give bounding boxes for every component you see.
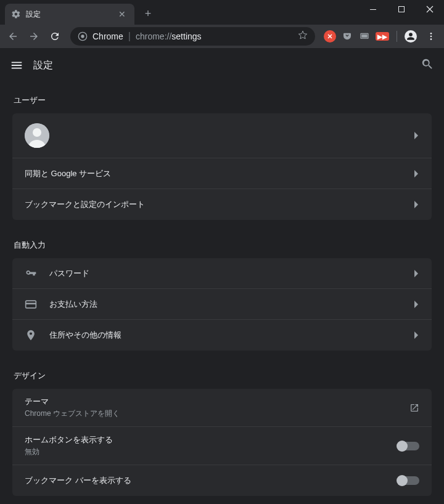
row-passwords[interactable]: パスワード	[12, 258, 432, 289]
row-sublabel: Chrome ウェブストアを開く	[25, 408, 409, 419]
section-appearance-card: テーマ Chrome ウェブストアを開く ホームボタンを表示する 無効 ブックマ…	[12, 389, 432, 496]
avatar	[25, 123, 49, 148]
profile-icon[interactable]	[405, 30, 417, 43]
url-origin: Chrome	[92, 31, 123, 41]
reload-button[interactable]	[46, 27, 64, 46]
row-label: パスワード	[49, 268, 414, 279]
svg-rect-12	[26, 303, 36, 304]
page-title: 設定	[33, 59, 53, 72]
hamburger-menu-icon[interactable]	[10, 59, 23, 72]
section-user-label: ユーザー	[0, 83, 444, 113]
svg-point-7	[430, 36, 432, 38]
browser-tab[interactable]: 設定 ✕	[5, 4, 134, 25]
row-label: テーマ	[25, 396, 409, 407]
row-label: 住所やその他の情報	[49, 330, 414, 341]
url-path: settings	[171, 31, 201, 41]
row-profile[interactable]	[12, 113, 432, 158]
svg-rect-1	[399, 7, 405, 12]
tab-title: 設定	[26, 9, 116, 20]
chevron-right-icon	[414, 331, 419, 339]
forward-button[interactable]	[25, 27, 43, 46]
row-sublabel: 無効	[25, 447, 397, 457]
chevron-right-icon	[414, 301, 419, 308]
row-label: 同期と Google サービス	[25, 168, 414, 179]
minimize-button[interactable]	[359, 0, 387, 18]
window-controls	[359, 0, 444, 18]
row-payments[interactable]: お支払い方法	[12, 289, 432, 320]
row-bookmarks-bar[interactable]: ブックマーク バーを表示する	[12, 465, 432, 496]
new-tab-button[interactable]: +	[139, 5, 157, 22]
row-label: ホームボタンを表示する	[25, 434, 397, 445]
section-appearance-label: デザイン	[0, 358, 444, 389]
row-theme[interactable]: テーマ Chrome ウェブストアを開く	[12, 389, 432, 427]
maximize-button[interactable]	[387, 0, 416, 18]
row-label: ブックマーク バーを表示する	[25, 475, 397, 486]
external-link-icon	[409, 403, 419, 413]
chevron-right-icon	[414, 201, 419, 208]
cast-icon[interactable]	[358, 30, 371, 43]
pocket-icon[interactable]	[341, 30, 353, 43]
svg-point-10	[33, 128, 41, 137]
url-scheme: chrome://	[136, 31, 171, 41]
section-user-card: 同期と Google サービス ブックマークと設定のインポート	[12, 113, 432, 220]
toggle-switch[interactable]	[397, 442, 419, 450]
key-icon	[25, 267, 37, 280]
kebab-menu-icon[interactable]	[422, 27, 440, 46]
svg-point-8	[430, 38, 432, 40]
chevron-right-icon	[414, 170, 419, 177]
row-import-bookmarks[interactable]: ブックマークと設定のインポート	[12, 189, 432, 220]
svg-point-6	[430, 33, 432, 35]
settings-page: 設定 ユーザー 同期と Google サービス ブックマークと設定のインポート	[0, 48, 444, 504]
close-window-button[interactable]	[416, 0, 444, 18]
extension-icons: ▶▶	[321, 30, 419, 43]
close-tab-icon[interactable]: ✕	[116, 8, 128, 20]
back-button[interactable]	[4, 27, 22, 46]
section-autofill-card: パスワード お支払い方法 住所やその他の情報	[12, 258, 432, 351]
settings-header: 設定	[0, 48, 444, 83]
chevron-right-icon	[414, 132, 419, 139]
gear-icon	[11, 9, 21, 19]
svg-point-3	[81, 35, 84, 38]
toggle-switch[interactable]	[397, 476, 419, 485]
svg-rect-5	[361, 35, 367, 38]
row-sync-google[interactable]: 同期と Google サービス	[12, 158, 432, 189]
credit-card-icon	[25, 298, 37, 311]
row-label: お支払い方法	[49, 299, 414, 310]
bookmark-star-icon[interactable]	[298, 30, 308, 43]
settings-scroll-area[interactable]: ユーザー 同期と Google サービス ブックマークと設定のインポート 自動入…	[0, 83, 444, 504]
row-label: ブックマークと設定のインポート	[25, 199, 414, 210]
window-titlebar: 設定 ✕ +	[0, 0, 444, 25]
chrome-logo-icon	[78, 31, 88, 41]
row-home-button[interactable]: ホームボタンを表示する 無効	[12, 427, 432, 465]
address-bar[interactable]: Chrome | chrome://settings	[70, 27, 315, 46]
svg-rect-0	[370, 9, 376, 10]
section-autofill-label: 自動入力	[0, 227, 444, 258]
location-pin-icon	[25, 329, 37, 341]
extension-icon-1[interactable]	[324, 30, 336, 43]
search-icon[interactable]	[421, 57, 434, 73]
browser-toolbar: Chrome | chrome://settings ▶▶	[0, 25, 444, 48]
url-divider: |	[128, 31, 131, 42]
toolbar-separator	[397, 31, 397, 42]
row-addresses[interactable]: 住所やその他の情報	[12, 320, 432, 351]
chevron-right-icon	[414, 270, 419, 277]
extension-icon-4[interactable]: ▶▶	[376, 32, 389, 41]
